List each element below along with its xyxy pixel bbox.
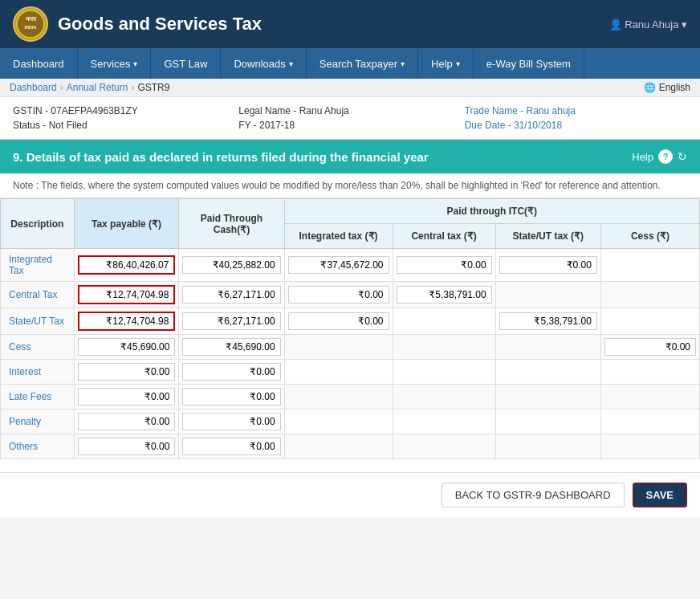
tax-payable-cell[interactable] — [74, 360, 179, 385]
save-button[interactable]: SAVE — [633, 483, 687, 507]
globe-icon: 🌐 — [644, 82, 656, 93]
breadcrumb-annual-return[interactable]: Annual Return — [67, 82, 128, 93]
tax-payable-cell[interactable] — [74, 308, 179, 335]
nav-eway-bill[interactable]: e-Way Bill System — [474, 48, 584, 79]
section-header: 9. Details of tax paid as declared in re… — [0, 140, 700, 173]
paid-cash-input[interactable] — [182, 363, 280, 381]
tax-payable-input[interactable] — [78, 438, 176, 455]
paid-cash-cell[interactable] — [179, 335, 284, 360]
cess-cell[interactable] — [600, 249, 699, 282]
central-tax-input[interactable] — [397, 286, 492, 304]
paid-cash-cell[interactable] — [179, 410, 284, 434]
nav-downloads[interactable]: Downloads ▾ — [221, 48, 306, 79]
refresh-icon[interactable]: ↻ — [678, 150, 687, 163]
cess-cell[interactable] — [600, 385, 699, 410]
row-description: Central Tax — [1, 282, 75, 308]
help-arrow: ▾ — [456, 59, 460, 68]
paid-cash-input[interactable] — [182, 438, 280, 455]
tax-payable-input[interactable] — [78, 413, 176, 430]
downloads-arrow: ▾ — [289, 59, 293, 68]
paid-cash-input[interactable] — [182, 413, 280, 430]
nav-dashboard[interactable]: Dashboard — [0, 48, 78, 79]
cess-cell[interactable] — [600, 308, 699, 335]
site-title: Goods and Services Tax — [58, 14, 262, 35]
integrated-tax-cell[interactable] — [284, 308, 393, 335]
paid-cash-input[interactable] — [182, 256, 280, 274]
cess-cell[interactable] — [600, 434, 699, 459]
nav-help[interactable]: Help ▾ — [418, 48, 474, 79]
tax-payable-input[interactable] — [78, 338, 176, 356]
language-selector[interactable]: 🌐 English — [644, 82, 690, 93]
tax-table: Description Tax payable (₹) Paid Through… — [0, 198, 700, 459]
row-description: Others — [1, 434, 75, 459]
paid-cash-input[interactable] — [182, 286, 280, 304]
tax-payable-input[interactable] — [78, 388, 176, 405]
cess-cell[interactable] — [600, 410, 699, 434]
paid-cash-cell[interactable] — [179, 360, 284, 385]
state-ut-tax-cell[interactable] — [495, 434, 600, 459]
integrated-tax-cell[interactable] — [284, 410, 393, 434]
breadcrumb: Dashboard › Annual Return › GSTR9 — [10, 82, 169, 93]
central-tax-cell[interactable] — [393, 249, 495, 282]
paid-cash-cell[interactable] — [179, 308, 284, 335]
tax-payable-cell[interactable] — [74, 335, 179, 360]
central-tax-cell[interactable] — [393, 308, 495, 335]
paid-cash-cell[interactable] — [179, 249, 284, 282]
nav-search-taxpayer[interactable]: Search Taxpayer ▾ — [307, 48, 418, 79]
integrated-tax-cell[interactable] — [284, 249, 393, 282]
nav-services[interactable]: Services ▾ — [78, 48, 152, 79]
state-ut-tax-cell[interactable] — [495, 385, 600, 410]
tax-payable-input[interactable] — [78, 363, 176, 381]
central-tax-cell[interactable] — [393, 360, 495, 385]
th-central: Central tax (₹) — [393, 224, 495, 249]
central-tax-cell[interactable] — [393, 434, 495, 459]
tax-payable-cell[interactable] — [74, 282, 179, 308]
central-tax-input[interactable] — [397, 256, 492, 274]
nav-gst-law[interactable]: GST Law — [151, 48, 221, 79]
help-button[interactable]: ? — [658, 149, 673, 164]
state-ut-tax-cell[interactable] — [495, 249, 600, 282]
state-ut-tax-input[interactable] — [499, 312, 597, 330]
header-user[interactable]: 👤 Ranu Ahuja ▾ — [609, 18, 687, 31]
integrated-tax-cell[interactable] — [284, 360, 393, 385]
tax-payable-input[interactable] — [78, 285, 176, 304]
tax-payable-cell[interactable] — [74, 410, 179, 434]
cess-cell[interactable] — [600, 282, 699, 308]
integrated-tax-cell[interactable] — [284, 385, 393, 410]
state-ut-tax-cell[interactable] — [495, 282, 600, 308]
integrated-tax-cell[interactable] — [284, 434, 393, 459]
integrated-tax-input[interactable] — [288, 256, 389, 274]
paid-cash-input[interactable] — [182, 312, 280, 330]
tax-payable-input[interactable] — [78, 255, 176, 275]
central-tax-cell[interactable] — [393, 385, 495, 410]
help-label: Help — [632, 151, 653, 163]
paid-cash-cell[interactable] — [179, 282, 284, 308]
integrated-tax-input[interactable] — [288, 312, 389, 330]
table-row: Central Tax — [1, 282, 700, 308]
state-ut-tax-cell[interactable] — [495, 360, 600, 385]
state-ut-tax-cell[interactable] — [495, 335, 600, 360]
tax-payable-cell[interactable] — [74, 249, 179, 282]
cess-input[interactable] — [604, 338, 696, 356]
integrated-tax-input[interactable] — [288, 286, 389, 304]
paid-cash-input[interactable] — [182, 388, 280, 405]
tax-payable-cell[interactable] — [74, 385, 179, 410]
cess-cell[interactable] — [600, 335, 699, 360]
paid-cash-cell[interactable] — [179, 385, 284, 410]
breadcrumb-dashboard[interactable]: Dashboard — [10, 82, 57, 93]
state-ut-tax-cell[interactable] — [495, 308, 600, 335]
integrated-tax-cell[interactable] — [284, 335, 393, 360]
central-tax-cell[interactable] — [393, 282, 495, 308]
central-tax-cell[interactable] — [393, 410, 495, 434]
cess-cell[interactable] — [600, 360, 699, 385]
paid-cash-input[interactable] — [182, 338, 280, 356]
state-ut-tax-cell[interactable] — [495, 410, 600, 434]
tax-payable-input[interactable] — [78, 312, 176, 331]
tax-payable-cell[interactable] — [74, 434, 179, 459]
paid-cash-cell[interactable] — [179, 434, 284, 459]
back-to-dashboard-button[interactable]: BACK TO GSTR-9 DASHBOARD — [442, 483, 625, 507]
central-tax-cell[interactable] — [393, 335, 495, 360]
table-row: Integrated Tax — [1, 249, 700, 282]
state-ut-tax-input[interactable] — [499, 256, 597, 274]
integrated-tax-cell[interactable] — [284, 282, 393, 308]
